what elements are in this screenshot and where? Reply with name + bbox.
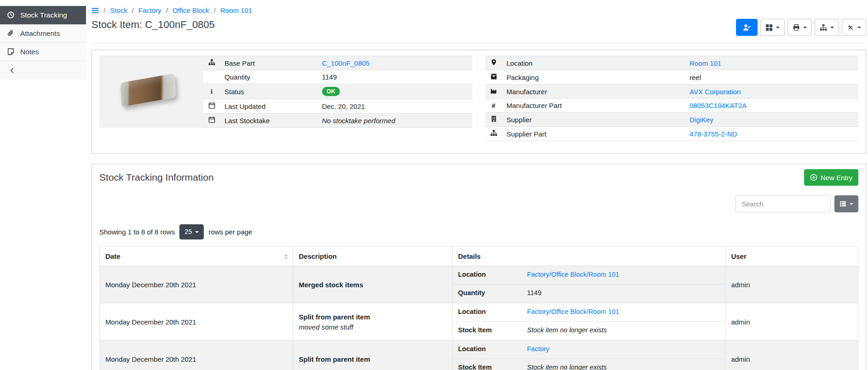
paperclip-icon — [6, 29, 15, 37]
tracking-row: Monday December 20th 2021 Split from par… — [100, 303, 858, 341]
new-entry-button[interactable]: New Entry — [804, 169, 858, 186]
supplier-summary-table: Location Room 101 Packaging reel — [485, 56, 858, 141]
tracking-date: Monday December 20th 2021 — [100, 266, 293, 303]
sidebar-item-label: Stock Tracking — [20, 11, 67, 19]
sidebar-item-stock-tracking[interactable]: Stock Tracking — [0, 6, 86, 24]
sidebar-collapse-button[interactable] — [0, 61, 86, 80]
manufacturer-part-link[interactable]: 08053C104KAT2A — [690, 102, 747, 109]
rows-per-page-label: rows per page — [208, 228, 252, 236]
map-marker-icon — [490, 59, 497, 66]
breadcrumb-link-stock[interactable]: Stock — [110, 6, 127, 14]
tracking-table-wrap: Date Description Details User Monday Dec… — [92, 239, 866, 370]
menu-toggle-button[interactable] — [92, 7, 99, 14]
column-header-user[interactable]: User — [725, 247, 858, 266]
breadcrumb-link-office-block[interactable]: Office Block — [172, 6, 209, 14]
hashtag-icon: # — [492, 102, 495, 109]
showing-text: Showing 1 to 8 of 8 rows — [99, 228, 175, 236]
detail-row-manufacturer: Manufacturer AVX Corporation — [485, 85, 858, 99]
detail-label: Packaging — [502, 70, 685, 85]
sidebar-item-label: Notes — [20, 48, 39, 56]
last-updated-value: Dec. 20, 2021 — [317, 99, 472, 114]
smd-capacitor-shape — [120, 73, 176, 107]
caret-down-icon — [830, 27, 834, 28]
new-entry-label: New Entry — [821, 174, 852, 181]
app-root: Stock Tracking Attachments Notes / — [0, 0, 868, 370]
tracking-user: admin — [725, 341, 858, 370]
list-icon — [839, 200, 846, 207]
tracking-panel-title: Stock Tracking Information — [99, 172, 214, 183]
detail-entry: Location Factory — [453, 341, 725, 359]
breadcrumb-separator: / — [214, 6, 216, 14]
industry-icon — [490, 87, 497, 94]
breadcrumb-separator: / — [132, 6, 134, 14]
sitemap-icon — [820, 24, 827, 31]
part-thumbnail[interactable] — [99, 56, 203, 128]
stock-actions-dropdown-button[interactable] — [815, 19, 839, 36]
sidebar-item-attachments[interactable]: Attachments — [0, 24, 86, 43]
hamburger-icon — [92, 7, 99, 14]
user-actions-button[interactable] — [736, 19, 758, 36]
detail-entry: Quantity 1149 — [453, 285, 725, 303]
base-part-link[interactable]: C_100nF_0805 — [322, 59, 369, 67]
building-icon — [490, 115, 497, 122]
sitemap-icon — [208, 59, 215, 66]
user-check-icon — [743, 23, 751, 31]
note-icon — [6, 48, 15, 56]
tracking-user: admin — [725, 303, 858, 341]
location-link[interactable]: Factory/Office Block/Room 101 — [527, 308, 619, 315]
tracking-date: Monday December 20th 2021 — [100, 341, 293, 370]
search-input[interactable] — [736, 195, 831, 212]
caret-down-icon — [850, 203, 853, 205]
sort-icon[interactable] — [284, 254, 288, 259]
stock-tracking-panel: Stock Tracking Information New Entry — [92, 164, 866, 370]
sidebar-item-notes[interactable]: Notes — [0, 43, 86, 61]
sitemap-icon — [490, 130, 497, 137]
supplier-part-link[interactable]: 478-3755-2-ND — [690, 130, 737, 138]
detail-label: Last Updated — [220, 99, 317, 114]
stock-item-status: Stock item no longer exists — [527, 364, 607, 370]
detail-row-packaging: Packaging reel — [485, 70, 858, 85]
detail-label: Manufacturer Part — [502, 99, 685, 113]
quantity-value: 1149 — [527, 289, 541, 296]
sidebar-item-label: Attachments — [20, 29, 60, 38]
location-link[interactable]: Factory/Office Block/Room 101 — [527, 271, 619, 278]
main-content: / Stock / Factory / Office Block / Room … — [86, 0, 868, 370]
detail-entry: Stock Item Stock item no longer exists — [453, 359, 725, 370]
title-bar: Stock Item: C_100nF_0805 — [92, 18, 866, 43]
page-size-dropdown-button[interactable]: 25 — [179, 224, 204, 239]
supplier-link[interactable]: DigiKey — [690, 116, 713, 124]
box-icon — [490, 73, 497, 80]
location-link[interactable]: Factory — [527, 345, 549, 353]
breadcrumb: / Stock / Factory / Office Block / Room … — [92, 6, 866, 14]
tracking-table-header-row: Date Description Details User — [100, 247, 858, 266]
detail-label: Status — [220, 84, 317, 99]
calendar-icon — [208, 102, 215, 109]
stock-item-status: Stock item no longer exists — [527, 326, 607, 334]
detail-row-base-part: Base Part C_100nF_0805 — [99, 56, 472, 70]
tracking-row: Monday December 20th 2021 Split from par… — [100, 341, 858, 370]
caret-down-icon — [776, 27, 780, 28]
detail-label: Supplier — [502, 113, 685, 127]
detail-row-manufacturer-part: # Manufacturer Part 08053C104KAT2A — [485, 99, 858, 113]
column-header-date[interactable]: Date — [100, 247, 293, 266]
options-dropdown-button[interactable] — [760, 19, 785, 36]
breadcrumb-link-factory[interactable]: Factory — [138, 6, 161, 14]
page-size-value: 25 — [184, 228, 192, 235]
history-icon — [6, 11, 15, 19]
location-link[interactable]: Room 101 — [690, 59, 721, 67]
tracking-panel-header: Stock Tracking Information New Entry — [92, 164, 866, 190]
caret-down-icon — [803, 27, 807, 28]
column-header-details[interactable]: Details — [452, 247, 725, 266]
tracking-description: Split from parent item — [299, 313, 446, 321]
columns-dropdown-button[interactable] — [834, 195, 858, 212]
table-controls — [92, 190, 866, 212]
edit-actions-dropdown-button[interactable] — [842, 19, 866, 36]
capacitor-image — [99, 60, 201, 124]
print-actions-dropdown-button[interactable] — [788, 19, 812, 36]
detail-label: Location — [502, 56, 685, 70]
manufacturer-link[interactable]: AVX Corporation — [690, 88, 741, 96]
column-header-description[interactable]: Description — [293, 247, 452, 266]
caret-down-icon — [857, 27, 861, 28]
pagination-info: Showing 1 to 8 of 8 rows 25 rows per pag… — [92, 212, 866, 239]
breadcrumb-link-room-101[interactable]: Room 101 — [220, 6, 252, 14]
